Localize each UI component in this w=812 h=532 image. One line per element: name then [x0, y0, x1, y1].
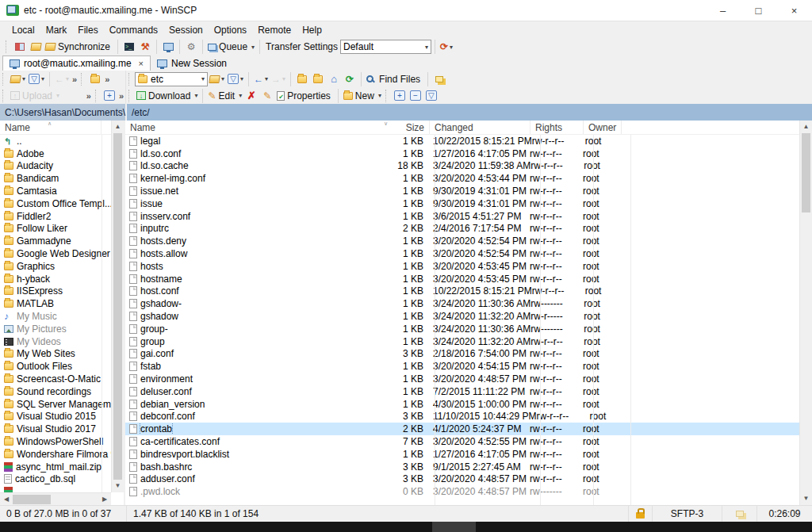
- remote-file-row[interactable]: gshadow1 KB3/24/2020 11:32:20 AMrw-r----…: [125, 310, 799, 323]
- open-puttygen-button[interactable]: ⚒: [137, 39, 153, 55]
- remote-file-row[interactable]: crontab2 KB4/1/2020 5:24:37 PMrw-r--r--r…: [125, 423, 799, 435]
- local-list-item[interactable]: Outlook Files: [0, 360, 111, 373]
- queue-button[interactable]: Queue ▾: [206, 39, 256, 55]
- local-hscroll-thumb[interactable]: [13, 495, 51, 504]
- local-list-item[interactable]: Wondershare Filmora 9: [0, 448, 111, 461]
- remote-home-directory-button[interactable]: ⌂: [326, 71, 342, 87]
- remote-file-row[interactable]: .pwd.lock0 KB3/20/2020 4:48:57 PMrw-----…: [125, 485, 799, 498]
- menu-options[interactable]: Options: [209, 23, 252, 37]
- local-parent-directory-button[interactable]: [87, 71, 103, 87]
- local-list-item[interactable]: h-yback: [0, 273, 111, 285]
- remote-file-row[interactable]: hosts.deny1 KB3/20/2020 4:52:54 PMrw-r--…: [125, 235, 799, 247]
- remote-selection-filter-button[interactable]: ▽: [423, 88, 439, 104]
- local-scroll-thumb[interactable]: [113, 133, 122, 480]
- remote-file-row[interactable]: deluser.conf1 KB7/2/2015 11:11:22 PMrw-r…: [125, 385, 799, 398]
- remote-open-directory-button[interactable]: ▾: [208, 71, 226, 87]
- local-vertical-scrollbar[interactable]: ▲ ▼: [111, 121, 124, 492]
- remote-file-row[interactable]: bindresvport.blacklist1 KB1/27/2016 4:17…: [125, 448, 799, 461]
- file-transfer-button[interactable]: [160, 39, 176, 55]
- transfer-settings-combo[interactable]: Default ▾: [340, 40, 431, 54]
- local-list-item[interactable]: SQL Server Managem...: [0, 398, 111, 411]
- local-list-item[interactable]: async_html_mail.zip: [0, 461, 111, 473]
- synchronize-button[interactable]: Synchronize: [44, 39, 114, 55]
- remote-file-row[interactable]: issue.net1 KB9/30/2019 4:31:01 PMrw-r--r…: [125, 185, 799, 197]
- edit-button[interactable]: ✎ Edit ▾: [206, 88, 243, 104]
- menu-commands[interactable]: Commands: [104, 23, 163, 37]
- session-tab-active[interactable]: root@mautic.xmailing.me ×: [2, 55, 151, 71]
- transfer-options-button[interactable]: ⟳▾: [439, 39, 454, 55]
- local-open-directory-button[interactable]: ▾: [9, 71, 27, 87]
- local-list-item[interactable]: WindowsPowerShell: [0, 435, 111, 448]
- upload-button[interactable]: ↑ Upload ▾: [9, 88, 61, 104]
- remote-file-row[interactable]: insserv.conf1 KB3/6/2015 4:51:27 PMrw-r-…: [125, 210, 799, 223]
- remote-file-row[interactable]: legal1 KB10/22/2015 8:15:21 PMrw-r--r--r…: [125, 135, 799, 147]
- remote-file-row[interactable]: hostname1 KB3/20/2020 4:53:45 PMrw-r--r-…: [125, 273, 799, 285]
- session-duration[interactable]: 0:26:09: [756, 506, 812, 522]
- menu-mark[interactable]: Mark: [40, 23, 73, 37]
- overflow-chevron-icon[interactable]: »: [119, 91, 124, 101]
- scroll-down-icon[interactable]: ▼: [112, 480, 124, 492]
- background-transfers-button[interactable]: ⚙: [183, 39, 199, 55]
- scroll-up-icon[interactable]: ▲: [800, 121, 812, 133]
- local-list-item[interactable]: My Videos: [0, 335, 111, 348]
- local-list-item[interactable]: Visual Studio 2017: [0, 423, 111, 435]
- local-list-item[interactable]: Visual Studio 2015: [0, 411, 111, 423]
- local-list-item[interactable]: Camtasia: [0, 185, 111, 197]
- remote-file-row[interactable]: debconf.conf3 KB11/10/2015 10:44:29 PMrw…: [125, 411, 799, 423]
- remote-file-row[interactable]: hosts1 KB3/20/2020 4:53:45 PMrw-r--r--ro…: [125, 260, 799, 273]
- local-list-item[interactable]: [0, 485, 111, 492]
- properties-button[interactable]: Properties: [275, 88, 335, 104]
- session-notes-status[interactable]: [722, 506, 756, 522]
- remote-column-size[interactable]: Size: [382, 121, 430, 134]
- local-list-item[interactable]: Graphics: [0, 260, 111, 273]
- scroll-right-icon[interactable]: ▶: [98, 496, 111, 503]
- local-back-button[interactable]: ←▾: [53, 71, 71, 87]
- local-inc-search-button[interactable]: +: [102, 88, 117, 104]
- close-button[interactable]: ×: [776, 0, 812, 21]
- maximize-button[interactable]: □: [741, 0, 776, 21]
- remote-file-row[interactable]: hosts.allow1 KB3/20/2020 4:52:54 PMrw-r-…: [125, 247, 799, 260]
- encryption-status[interactable]: [628, 506, 652, 522]
- remote-column-changed[interactable]: Changed: [430, 121, 530, 134]
- local-list-item[interactable]: Follow Liker: [0, 223, 111, 235]
- download-button[interactable]: ↓ Download ▾: [135, 88, 199, 104]
- remote-file-row[interactable]: gai.conf3 KB2/18/2016 7:54:00 PMrw-r--r-…: [125, 348, 799, 361]
- local-list-item[interactable]: ♪My Music: [0, 310, 111, 323]
- remote-root-directory-button[interactable]: [310, 71, 326, 87]
- scroll-up-icon[interactable]: ▲: [112, 121, 124, 133]
- close-session-icon[interactable]: ×: [139, 59, 144, 68]
- local-path-bar[interactable]: C:\Users\Hasan\Documents\: [0, 104, 125, 121]
- remote-file-row[interactable]: fstab1 KB3/20/2020 4:54:15 PMrw-r--r--ro…: [125, 360, 799, 373]
- menu-session[interactable]: Session: [163, 23, 209, 37]
- remote-parent-directory-button[interactable]: [294, 71, 310, 87]
- open-console-button[interactable]: >_: [121, 39, 137, 55]
- scroll-down-icon[interactable]: ▼: [800, 492, 812, 505]
- delete-button[interactable]: ✗: [243, 88, 259, 104]
- local-list-item[interactable]: cactico_db.sql: [0, 473, 111, 486]
- remote-file-row[interactable]: group1 KB3/24/2020 11:32:20 AMrw-r--r--r…: [125, 335, 799, 348]
- remote-file-row[interactable]: host.conf1 KB10/22/2015 8:15:21 PMrw-r--…: [125, 285, 799, 298]
- local-list-item[interactable]: My Web Sites: [0, 348, 111, 361]
- menu-remote[interactable]: Remote: [252, 23, 297, 37]
- overflow-chevron-icon[interactable]: »: [105, 75, 109, 84]
- scroll-left-icon[interactable]: ◀: [0, 496, 13, 503]
- remote-filter-button[interactable]: ▽▾: [226, 71, 245, 87]
- remote-file-row[interactable]: kernel-img.conf1 KB3/20/2020 4:53:44 PMr…: [125, 172, 799, 185]
- remote-vertical-scrollbar[interactable]: ▲ ▼: [799, 121, 812, 505]
- duplicate-session-button[interactable]: [431, 71, 447, 87]
- local-horizontal-scrollbar[interactable]: ◀ ▶: [0, 492, 111, 505]
- show-hide-session-toolbar-button[interactable]: [12, 39, 28, 55]
- remote-file-row[interactable]: gshadow-1 KB3/24/2020 11:30:36 AMrw-----…: [125, 297, 799, 310]
- find-files-button[interactable]: Find Files: [365, 71, 424, 87]
- local-list-item[interactable]: ↰..: [0, 135, 111, 147]
- remote-path-bar[interactable]: /etc/: [127, 104, 812, 121]
- remote-file-row[interactable]: ca-certificates.conf7 KB3/20/2020 4:52:5…: [125, 435, 799, 448]
- local-list-item[interactable]: Audacity: [0, 160, 111, 173]
- local-list-item[interactable]: MATLAB: [0, 297, 111, 310]
- overflow-chevron-icon[interactable]: »: [86, 91, 91, 101]
- local-list-item[interactable]: Bandicam: [0, 172, 111, 185]
- menu-local[interactable]: Local: [6, 23, 40, 37]
- remote-directory-combo[interactable]: etc ▾: [135, 72, 208, 86]
- remote-file-row[interactable]: ld.so.conf1 KB1/27/2016 4:17:05 PMrw-r--…: [125, 147, 799, 160]
- rename-button[interactable]: ✎: [259, 88, 275, 104]
